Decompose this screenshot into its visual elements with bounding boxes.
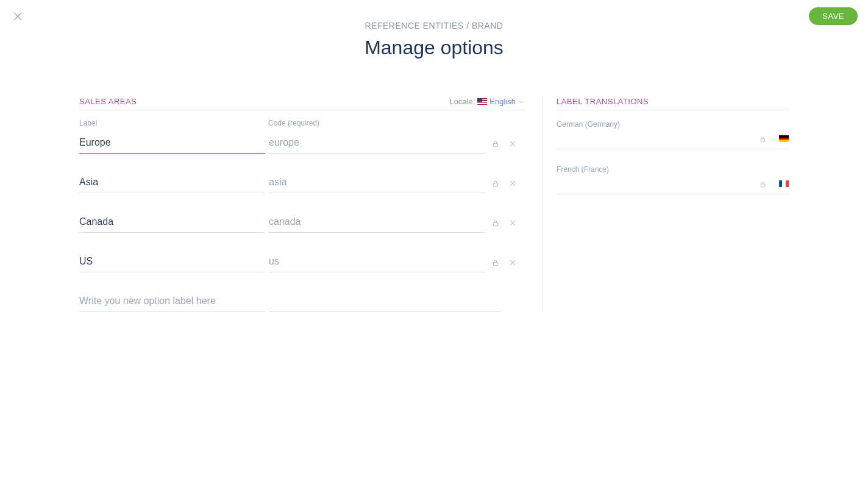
delete-option-icon[interactable] — [508, 179, 517, 188]
svg-rect-4 — [761, 139, 765, 142]
translations-title: LABEL TRANSLATIONS — [557, 97, 789, 110]
option-code-input[interactable] — [269, 133, 485, 154]
translation-language-label: French (France) — [557, 165, 789, 174]
svg-rect-5 — [761, 184, 765, 187]
new-option-label-input[interactable] — [79, 292, 265, 312]
option-row-actions — [491, 179, 517, 188]
svg-rect-2 — [494, 222, 498, 225]
translations-panel: LABEL TRANSLATIONS German (Germany)Frenc… — [542, 97, 789, 312]
option-label-input[interactable] — [79, 133, 265, 154]
svg-rect-0 — [494, 143, 498, 146]
svg-rect-3 — [494, 262, 498, 265]
option-row-actions — [491, 219, 517, 227]
delete-option-icon[interactable] — [508, 258, 517, 267]
translation-input[interactable] — [557, 133, 759, 144]
translation-item: German (Germany) — [557, 120, 789, 149]
svg-rect-1 — [494, 183, 498, 186]
translation-item: French (France) — [557, 165, 789, 194]
translation-input-row — [557, 179, 789, 194]
option-label-input[interactable] — [79, 213, 265, 233]
flag-de-icon — [779, 135, 789, 142]
lock-icon[interactable] — [491, 179, 500, 188]
option-row — [79, 252, 524, 272]
option-row-actions — [491, 140, 517, 148]
locale-picker[interactable]: Locale: English — [449, 97, 524, 106]
option-row-actions — [491, 258, 517, 267]
translation-input-row — [557, 133, 789, 149]
lock-icon[interactable] — [491, 258, 500, 267]
delete-option-icon[interactable] — [508, 140, 517, 148]
delete-option-icon[interactable] — [508, 219, 517, 227]
column-header-label: Label — [79, 119, 268, 127]
close-icon — [12, 11, 23, 22]
column-header-code: Code (required) — [268, 119, 524, 127]
close-button[interactable] — [12, 11, 23, 22]
sales-areas-title: SALES AREAS — [79, 97, 137, 106]
lock-icon[interactable] — [491, 140, 500, 148]
option-row — [79, 173, 524, 193]
chevron-down-icon — [518, 99, 524, 105]
new-option-code-input[interactable] — [269, 292, 500, 312]
translation-language-label: German (Germany) — [557, 120, 789, 129]
option-row — [79, 213, 524, 233]
option-code-input[interactable] — [269, 252, 485, 272]
lock-icon[interactable] — [759, 135, 767, 143]
lock-icon[interactable] — [491, 219, 500, 227]
flag-fr-icon — [779, 180, 789, 187]
option-code-input[interactable] — [269, 213, 485, 233]
page-title: Manage options — [0, 37, 868, 59]
option-label-input[interactable] — [79, 173, 265, 193]
option-row — [79, 133, 524, 154]
option-label-input[interactable] — [79, 252, 265, 272]
save-button[interactable]: SAVE — [809, 7, 858, 25]
locale-label: Locale: — [449, 97, 475, 106]
lock-icon[interactable] — [759, 180, 767, 188]
locale-value: English — [489, 97, 516, 106]
sales-areas-panel: SALES AREAS Locale: English Label Code (… — [79, 97, 542, 312]
option-code-input[interactable] — [269, 173, 485, 193]
flag-us-icon — [477, 98, 487, 105]
new-option-row — [79, 292, 524, 312]
translation-input[interactable] — [557, 179, 759, 189]
